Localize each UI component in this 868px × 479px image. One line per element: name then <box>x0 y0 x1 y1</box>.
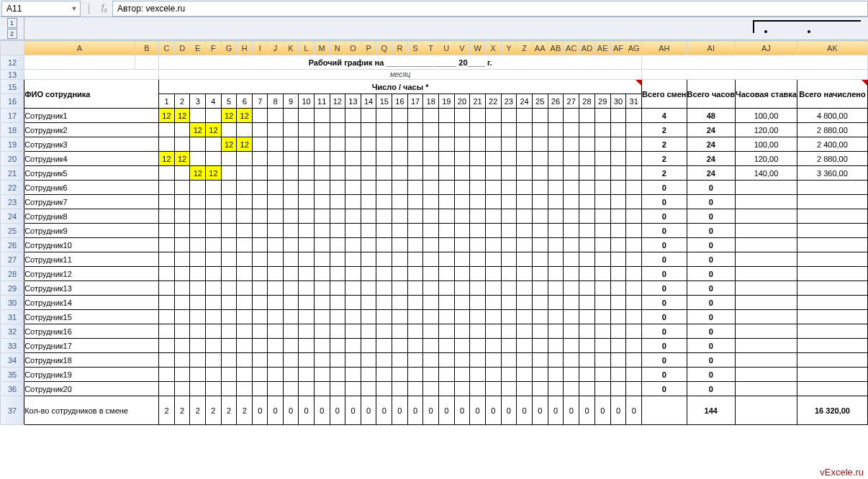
day-cell[interactable] <box>237 324 253 339</box>
total-cell[interactable]: 2 880,00 <box>797 123 867 137</box>
header-day-number[interactable]: 9 <box>283 94 298 109</box>
day-cell[interactable] <box>407 368 423 382</box>
day-cell[interactable] <box>423 152 439 166</box>
column-header[interactable]: AJ <box>736 41 797 55</box>
day-cell[interactable] <box>345 123 361 137</box>
day-cell[interactable] <box>548 382 564 396</box>
column-header[interactable]: AH <box>642 41 687 55</box>
name-box[interactable]: A11 ▼ <box>1 1 81 17</box>
day-cell[interactable] <box>532 238 548 252</box>
shifts-cell[interactable]: 0 <box>642 252 687 267</box>
day-cell[interactable]: 12 <box>237 137 253 152</box>
day-cell[interactable] <box>407 181 423 195</box>
header-day-number[interactable]: 19 <box>439 94 455 109</box>
column-header[interactable]: M <box>314 41 330 55</box>
day-cell[interactable] <box>330 123 345 137</box>
day-cell[interactable] <box>501 281 517 296</box>
day-cell[interactable] <box>283 137 298 152</box>
day-cell[interactable] <box>283 252 298 267</box>
hours-cell[interactable]: 0 <box>687 238 736 252</box>
column-header[interactable]: Z <box>517 41 533 55</box>
day-cell[interactable] <box>345 181 361 195</box>
hours-cell[interactable]: 0 <box>687 368 736 382</box>
footer-shifts[interactable] <box>642 396 687 425</box>
day-cell[interactable] <box>314 310 330 324</box>
day-cell[interactable] <box>330 382 345 396</box>
day-cell[interactable] <box>532 123 548 137</box>
footer-day-count[interactable]: 0 <box>439 396 455 425</box>
day-cell[interactable] <box>517 109 533 123</box>
day-cell[interactable] <box>595 296 610 310</box>
employee-name-cell[interactable]: Сотрудник12 <box>24 267 159 281</box>
rate-cell[interactable] <box>736 324 797 339</box>
day-cell[interactable] <box>237 166 253 181</box>
day-cell[interactable] <box>407 310 423 324</box>
day-cell[interactable] <box>579 123 595 137</box>
day-cell[interactable] <box>517 324 533 339</box>
day-cell[interactable] <box>517 166 533 181</box>
shifts-cell[interactable]: 0 <box>642 339 687 353</box>
day-cell[interactable] <box>454 123 470 137</box>
day-cell[interactable] <box>237 224 253 238</box>
day-cell[interactable] <box>345 109 361 123</box>
footer-day-count[interactable]: 2 <box>237 396 253 425</box>
day-cell[interactable] <box>485 353 501 368</box>
footer-rate[interactable] <box>736 396 797 425</box>
shifts-cell[interactable]: 0 <box>642 267 687 281</box>
row-header[interactable]: 37 <box>1 396 24 425</box>
day-cell[interactable] <box>361 281 376 296</box>
day-cell[interactable] <box>159 238 175 252</box>
day-cell[interactable] <box>470 368 486 382</box>
total-cell[interactable] <box>797 181 867 195</box>
row-header[interactable]: 19 <box>1 137 24 152</box>
day-cell[interactable] <box>454 324 470 339</box>
day-cell[interactable] <box>376 195 392 209</box>
day-cell[interactable] <box>159 368 175 382</box>
day-cell[interactable] <box>485 224 501 238</box>
day-cell[interactable] <box>517 209 533 224</box>
day-cell[interactable] <box>190 324 206 339</box>
day-cell[interactable] <box>221 123 237 137</box>
day-cell[interactable] <box>407 281 423 296</box>
day-cell[interactable] <box>314 195 330 209</box>
day-cell[interactable] <box>470 382 486 396</box>
day-cell[interactable] <box>595 152 610 166</box>
shifts-cell[interactable]: 0 <box>642 209 687 224</box>
employee-name-cell[interactable]: Сотрудник13 <box>24 281 159 296</box>
day-cell[interactable] <box>314 353 330 368</box>
hours-cell[interactable]: 0 <box>687 296 736 310</box>
column-header[interactable]: W <box>470 41 486 55</box>
rate-cell[interactable] <box>736 310 797 324</box>
day-cell[interactable] <box>579 310 595 324</box>
day-cell[interactable] <box>376 152 392 166</box>
day-cell[interactable] <box>485 281 501 296</box>
day-cell[interactable] <box>454 195 470 209</box>
day-cell[interactable] <box>579 181 595 195</box>
day-cell[interactable] <box>283 382 298 396</box>
footer-day-count[interactable]: 0 <box>610 396 626 425</box>
shifts-cell[interactable]: 0 <box>642 195 687 209</box>
day-cell[interactable] <box>190 382 206 396</box>
day-cell[interactable] <box>221 339 237 353</box>
day-cell[interactable]: 12 <box>237 109 253 123</box>
day-cell[interactable] <box>579 339 595 353</box>
day-cell[interactable] <box>376 166 392 181</box>
header-day-number[interactable]: 5 <box>221 94 237 109</box>
day-cell[interactable] <box>159 281 175 296</box>
day-cell[interactable] <box>407 137 423 152</box>
day-cell[interactable] <box>485 296 501 310</box>
header-rate[interactable]: Часовая ставка <box>736 80 797 109</box>
day-cell[interactable] <box>221 238 237 252</box>
header-day-number[interactable]: 2 <box>174 94 190 109</box>
day-cell[interactable] <box>253 166 268 181</box>
day-cell[interactable] <box>626 238 642 252</box>
day-cell[interactable] <box>283 181 298 195</box>
day-cell[interactable] <box>221 267 237 281</box>
row-header[interactable]: 26 <box>1 238 24 252</box>
day-cell[interactable] <box>485 324 501 339</box>
header-day-number[interactable]: 27 <box>564 94 579 109</box>
day-cell[interactable] <box>485 166 501 181</box>
rate-cell[interactable] <box>736 181 797 195</box>
column-header[interactable]: F <box>206 41 222 55</box>
hours-cell[interactable]: 0 <box>687 382 736 396</box>
